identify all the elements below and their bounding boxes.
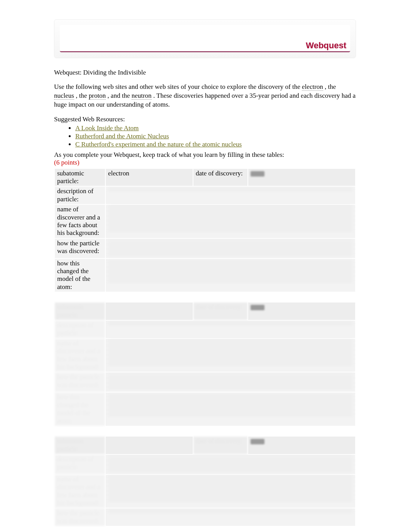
table-row: description of particle:	[55, 455, 355, 474]
label-desc: description of particle:	[55, 187, 105, 204]
resource-link[interactable]: C Rutherford's experiment and the nature…	[75, 141, 242, 148]
intro-paragraph: Use the following web sites and other we…	[54, 83, 356, 109]
value-howchanged[interactable]	[106, 259, 355, 292]
instructions-text: As you complete your Webquest, keep trac…	[54, 151, 356, 159]
intro-sep1: , the	[325, 83, 336, 90]
table-row: how this changed the model of the atom:	[55, 393, 355, 426]
value-desc[interactable]	[106, 455, 355, 474]
table-row: how the particle was discovered:	[55, 372, 355, 392]
table-second: subatomic particle: date of discovery: d…	[54, 302, 356, 427]
term-proton: proton	[89, 92, 106, 100]
label-discoverer: name of discoverer and a few facts about…	[55, 205, 105, 238]
intro-sep2: , the	[76, 92, 89, 99]
table-row: description of particle:	[55, 187, 355, 204]
label-howchanged: how this changed the model of the atom:	[55, 259, 105, 292]
value-particle[interactable]	[106, 437, 193, 454]
table-row: name of discoverer and a few facts about…	[55, 205, 355, 238]
value-date[interactable]	[248, 303, 355, 320]
value-date[interactable]	[248, 437, 355, 454]
intro-sep3: , and the	[107, 92, 131, 99]
table-row: subatomic particle: date of discovery:	[55, 303, 355, 320]
label-particle: subatomic particle:	[55, 303, 105, 320]
label-howdisc: how the particle was discovered:	[55, 508, 105, 526]
intro-lead-a: Use the following web sites and other we…	[54, 83, 302, 90]
table-row: how the particle was discovered:	[55, 239, 355, 258]
label-desc: description of particle:	[55, 455, 105, 474]
resource-item: C Rutherford's experiment and the nature…	[75, 140, 356, 148]
resource-link[interactable]: Rutherford and the Atomic Nucleus	[75, 133, 169, 140]
resources-heading: Suggested Web Resources:	[54, 116, 356, 123]
table-row: name of discoverer and a few facts about…	[55, 475, 355, 508]
points-label: (6 points)	[54, 159, 80, 166]
label-discoverer: name of discoverer and a few facts about…	[55, 339, 105, 372]
label-discoverer: name of discoverer and a few facts about…	[55, 475, 105, 508]
banner-inner: Webquest	[60, 25, 350, 52]
banner-title: Webquest	[306, 41, 346, 51]
table-row: how the particle was discovered:	[55, 508, 355, 526]
table-row: subatomic particle: date of discovery:	[55, 437, 355, 454]
value-discoverer[interactable]	[106, 475, 355, 508]
term-neutron: neutron	[132, 92, 152, 100]
label-desc: description of particle:	[55, 321, 105, 338]
table-row: description of particle:	[55, 321, 355, 338]
value-howdisc[interactable]	[106, 508, 355, 526]
value-howdisc[interactable]	[106, 372, 355, 392]
resource-link[interactable]: A Look Inside the Atom	[75, 124, 139, 132]
label-particle: subatomic particle:	[55, 169, 105, 186]
value-howdisc[interactable]	[106, 239, 355, 258]
resource-item: A Look Inside the Atom	[75, 124, 356, 132]
table-row: subatomic particle: electron date of dis…	[55, 169, 355, 186]
value-particle: electron	[106, 169, 193, 186]
label-howdisc: how the particle was discovered:	[55, 239, 105, 258]
table-electron: subatomic particle: electron date of dis…	[54, 168, 356, 293]
value-particle[interactable]	[106, 303, 193, 320]
header-banner: Webquest	[54, 19, 356, 58]
date-placeholder	[251, 439, 264, 444]
value-howchanged[interactable]	[106, 393, 355, 426]
page-container: Webquest Webquest: Dividing the Indivisi…	[0, 0, 410, 532]
value-discoverer[interactable]	[106, 339, 355, 372]
label-date: date of discovery:	[193, 169, 247, 186]
label-particle: subatomic particle:	[55, 437, 105, 454]
value-desc[interactable]	[106, 187, 355, 204]
term-nucleus: nucleus	[54, 92, 74, 100]
value-discoverer[interactable]	[106, 205, 355, 238]
resources-list: A Look Inside the Atom Rutherford and th…	[54, 124, 356, 149]
label-date: date of discovery:	[193, 303, 247, 320]
webquest-title: Webquest: Dividing the Indivisible	[54, 69, 356, 76]
table-row: name of discoverer and a few facts about…	[55, 339, 355, 372]
banner-top-dots	[54, 20, 356, 24]
table-row: how this changed the model of the atom:	[55, 259, 355, 292]
date-placeholder	[251, 171, 264, 177]
label-howchanged: how this changed the model of the atom:	[55, 393, 105, 426]
term-electron: electron	[302, 83, 323, 91]
table-third: subatomic particle: date of discovery: d…	[54, 436, 356, 527]
label-howdisc: how the particle was discovered:	[55, 372, 105, 392]
label-date: date of discovery:	[193, 437, 247, 454]
value-date[interactable]	[248, 169, 355, 186]
value-desc[interactable]	[106, 321, 355, 338]
resource-item: Rutherford and the Atomic Nucleus	[75, 132, 356, 140]
date-placeholder	[251, 305, 264, 310]
